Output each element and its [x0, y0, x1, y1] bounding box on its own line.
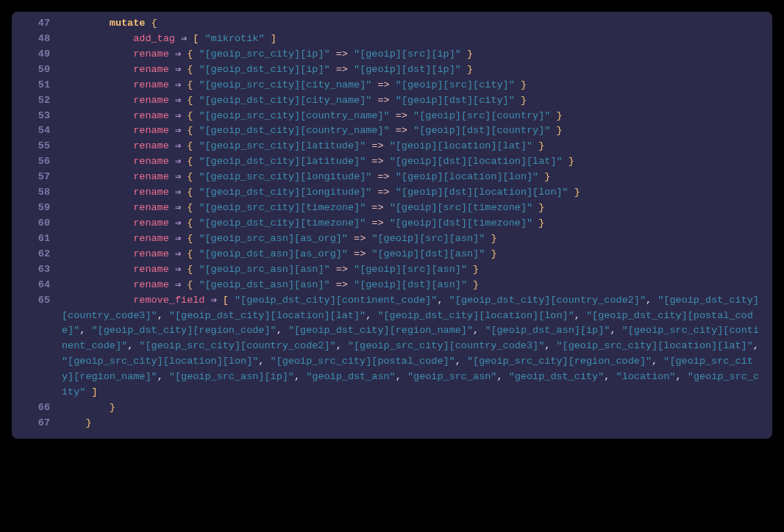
line-number: 57	[12, 170, 62, 185]
code-line: 57 rename ⇒ { "[geoip_src_city][longitud…	[12, 170, 772, 185]
line-number: 49	[12, 47, 62, 62]
code-line: 66 }	[12, 400, 772, 416]
code-content: rename ⇒ { "[geoip_dst_asn][as_org]" => …	[62, 247, 772, 262]
code-content: rename ⇒ { "[geoip_src_city][latitude]" …	[62, 139, 772, 154]
code-content: rename ⇒ { "[geoip_dst_city][city_name]"…	[62, 93, 772, 109]
line-number: 55	[12, 139, 62, 154]
line-number: 58	[12, 185, 62, 201]
code-content: add_tag ⇒ [ "mikrotik" ]	[62, 32, 772, 47]
code-content: rename ⇒ { "[geoip_dst_asn][asn]" => "[g…	[62, 278, 772, 293]
code-line: 48 add_tag ⇒ [ "mikrotik" ]	[12, 32, 772, 47]
code-line: 52 rename ⇒ { "[geoip_dst_city][city_nam…	[12, 93, 772, 109]
code-content: rename ⇒ { "[geoip_dst_city][latitude]" …	[62, 154, 772, 170]
code-content: rename ⇒ { "[geoip_dst_city][timezone]" …	[62, 216, 772, 231]
code-line: 61 rename ⇒ { "[geoip_src_asn][as_org]" …	[12, 231, 772, 247]
code-content: rename ⇒ { "[geoip_dst_city][country_nam…	[62, 123, 772, 139]
code-content: mutate {	[62, 16, 772, 32]
code-content: remove_field ⇒ [ "[geoip_dst_city][conti…	[62, 293, 772, 400]
code-line: 47 mutate {	[12, 16, 772, 32]
code-content: rename ⇒ { "[geoip_src_asn][as_org]" => …	[62, 231, 772, 247]
code-line: 53 rename ⇒ { "[geoip_src_city][country_…	[12, 109, 772, 124]
code-content: rename ⇒ { "[geoip_src_city][city_name]"…	[62, 78, 772, 93]
code-line: 58 rename ⇒ { "[geoip_dst_city][longitud…	[12, 185, 772, 201]
line-number: 59	[12, 201, 62, 216]
line-number: 50	[12, 62, 62, 78]
line-number: 56	[12, 154, 62, 170]
code-line: 64 rename ⇒ { "[geoip_dst_asn][asn]" => …	[12, 278, 772, 293]
code-content: }	[62, 400, 772, 416]
line-number: 60	[12, 216, 62, 231]
code-line: 62 rename ⇒ { "[geoip_dst_asn][as_org]" …	[12, 247, 772, 262]
code-line: 59 rename ⇒ { "[geoip_src_city][timezone…	[12, 201, 772, 216]
line-number: 51	[12, 78, 62, 93]
line-number: 63	[12, 262, 62, 278]
line-number: 53	[12, 109, 62, 124]
line-number: 61	[12, 231, 62, 247]
line-number: 65	[12, 293, 62, 309]
code-line: 67 }	[12, 416, 772, 431]
code-line: 56 rename ⇒ { "[geoip_dst_city][latitude…	[12, 154, 772, 170]
code-line: 55 rename ⇒ { "[geoip_src_city][latitude…	[12, 139, 772, 154]
line-number: 48	[12, 32, 62, 47]
line-number: 67	[12, 416, 62, 431]
line-number: 66	[12, 400, 62, 416]
code-content: rename ⇒ { "[geoip_dst_city][longitude]"…	[62, 185, 772, 201]
line-number: 62	[12, 247, 62, 262]
code-line: 65 remove_field ⇒ [ "[geoip_dst_city][co…	[12, 293, 772, 400]
code-content: rename ⇒ { "[geoip_src_city][timezone]" …	[62, 201, 772, 216]
code-line: 50 rename ⇒ { "[geoip_dst_city][ip]" => …	[12, 62, 772, 78]
line-number: 47	[12, 16, 62, 32]
line-number: 54	[12, 123, 62, 139]
code-line: 49 rename ⇒ { "[geoip_src_city][ip]" => …	[12, 47, 772, 62]
code-line: 60 rename ⇒ { "[geoip_dst_city][timezone…	[12, 216, 772, 231]
line-number: 64	[12, 278, 62, 293]
code-content: rename ⇒ { "[geoip_src_city][country_nam…	[62, 109, 772, 124]
code-content: rename ⇒ { "[geoip_src_asn][asn]" => "[g…	[62, 262, 772, 278]
code-content: }	[62, 416, 772, 431]
code-line: 51 rename ⇒ { "[geoip_src_city][city_nam…	[12, 78, 772, 93]
code-content: rename ⇒ { "[geoip_src_city][ip]" => "[g…	[62, 47, 772, 62]
code-content: rename ⇒ { "[geoip_dst_city][ip]" => "[g…	[62, 62, 772, 78]
line-number: 52	[12, 93, 62, 109]
code-line: 63 rename ⇒ { "[geoip_src_asn][asn]" => …	[12, 262, 772, 278]
code-line: 54 rename ⇒ { "[geoip_dst_city][country_…	[12, 123, 772, 139]
code-editor: 47 mutate {48 add_tag ⇒ [ "mikrotik" ]49…	[12, 12, 772, 439]
code-content: rename ⇒ { "[geoip_src_city][longitude]"…	[62, 170, 772, 185]
